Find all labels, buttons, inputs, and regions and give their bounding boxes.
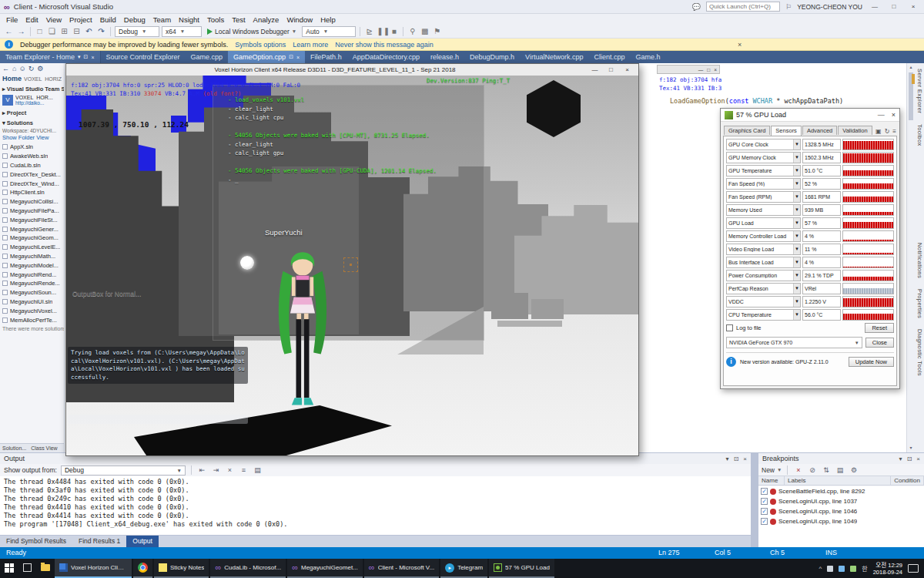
sensor-name-dropdown[interactable]: GPU Load ▼ bbox=[726, 217, 801, 229]
gpuz-close-button[interactable]: × bbox=[892, 111, 896, 119]
taskbar-app-cudalib[interactable]: ∞ CudaLib - Microsof... bbox=[210, 559, 286, 578]
sensor-name-dropdown[interactable]: CPU Temperature ▼ bbox=[726, 309, 801, 321]
menu-item[interactable]: Team bbox=[149, 15, 175, 24]
column-header[interactable]: Condition bbox=[891, 476, 924, 485]
task-view-button[interactable] bbox=[18, 559, 36, 578]
delete-breakpoint-icon[interactable]: × bbox=[793, 466, 803, 474]
section-project[interactable]: ▸ Project bbox=[0, 107, 64, 117]
document-tab[interactable]: DebugDump.h ▾ ⊡ × bbox=[464, 51, 520, 63]
vsts-account-card[interactable]: V VOXEL_HOR... http://daiko... bbox=[0, 93, 64, 107]
menu-item[interactable]: View bbox=[42, 15, 65, 24]
quick-launch-input[interactable] bbox=[706, 2, 780, 12]
close-button[interactable]: Close bbox=[865, 338, 894, 348]
minimize-icon[interactable]: — bbox=[698, 67, 704, 72]
sensor-name-dropdown[interactable]: Memory Used ▼ bbox=[726, 204, 801, 216]
document-tab[interactable]: VirtualNetwork.cpp ▾ ⊡ × bbox=[520, 51, 588, 63]
solution-item[interactable]: MegayuchiUI.sln bbox=[0, 297, 64, 307]
back-icon[interactable]: ← bbox=[2, 65, 9, 72]
gpuz-titlebar[interactable]: 57 % GPU Load — × bbox=[721, 109, 899, 122]
taskbar-clock[interactable]: 오전 12:29 2018-09-24 bbox=[873, 562, 902, 576]
taskbar-app-telegram[interactable]: ▸ Telegram bbox=[440, 559, 487, 578]
column-header[interactable]: Labels bbox=[785, 476, 891, 485]
document-tab[interactable]: Client.cpp ▾ ⊡ × bbox=[588, 51, 630, 63]
solution-item[interactable]: MemAllocPerfTe... bbox=[0, 315, 64, 324]
breakpoint-row[interactable]: ✓ SceneBattleField.cpp, line 8292 bbox=[758, 486, 924, 496]
update-now-button[interactable]: Update Now bbox=[849, 357, 894, 367]
taskbar-app-sticky-notes[interactable]: Sticky Notes bbox=[154, 559, 209, 578]
gpuz-tab[interactable]: Advanced bbox=[802, 126, 837, 135]
new-breakpoint-button[interactable]: New▼ bbox=[762, 466, 782, 474]
document-tab[interactable]: Source Control Explorer ▾ ⊡ × bbox=[101, 51, 186, 63]
undo-icon[interactable]: ↶ bbox=[84, 27, 94, 35]
columns-icon[interactable]: ▤ bbox=[835, 466, 845, 474]
close-icon[interactable]: × bbox=[714, 67, 717, 72]
output-log[interactable]: The thread 0x4484 has exited with code 0… bbox=[0, 476, 751, 536]
close-icon[interactable]: × bbox=[743, 455, 747, 462]
never-show-link[interactable]: Never show this message again bbox=[335, 41, 434, 49]
document-tab[interactable]: Game.h ▾ ⊡ × bbox=[631, 51, 666, 63]
refresh-icon[interactable]: ↻ bbox=[885, 128, 890, 135]
bottom-panel-tab[interactable]: Find Results 1 bbox=[72, 536, 126, 547]
gpuz-minimize-button[interactable]: — bbox=[878, 111, 885, 119]
breakpoint-checkbox[interactable]: ✓ bbox=[761, 488, 768, 495]
solution-item[interactable]: MegayuchiGeom... bbox=[0, 234, 64, 243]
tray-status-icon[interactable] bbox=[827, 566, 833, 572]
solution-item[interactable]: MegayuchiRend... bbox=[0, 270, 64, 279]
export-icon[interactable]: ⇅ bbox=[821, 466, 831, 474]
vs-close-button[interactable]: × bbox=[906, 2, 920, 12]
pin-icon[interactable]: ⊡ bbox=[734, 455, 739, 462]
show-folder-view-link[interactable]: Show Folder View bbox=[0, 134, 64, 143]
tab-server-explorer[interactable]: Server Explorer bbox=[916, 69, 923, 113]
solution-item[interactable]: MegayuchiCollisi... bbox=[0, 197, 64, 207]
tab-close-icon[interactable]: × bbox=[91, 55, 94, 60]
gpuz-tab[interactable]: Validation bbox=[838, 126, 872, 135]
tab-menu-icon[interactable]: ▾ bbox=[78, 54, 81, 60]
game-maximize-button[interactable]: □ bbox=[603, 64, 619, 76]
sensor-name-dropdown[interactable]: GPU Core Clock ▼ bbox=[726, 139, 801, 150]
vsts-account-url[interactable]: http://daiko... bbox=[15, 100, 53, 106]
menu-item[interactable]: Project bbox=[65, 15, 96, 24]
tray-expand-icon[interactable]: ^ bbox=[819, 565, 822, 572]
sensor-name-dropdown[interactable]: Memory Controller Load ▼ bbox=[726, 230, 801, 242]
menu-item[interactable]: Tools bbox=[203, 15, 228, 24]
navigate-forward-icon[interactable]: → bbox=[16, 27, 26, 35]
break-all-icon[interactable]: ❚❚ bbox=[377, 27, 387, 35]
sensor-name-dropdown[interactable]: VDDC ▼ bbox=[726, 296, 801, 307]
solution-item[interactable]: MegayuchiMath... bbox=[0, 252, 64, 261]
game-window[interactable]: Voxel Horizon Client x64 Release D3D11 -… bbox=[65, 63, 639, 456]
sensor-name-dropdown[interactable]: Fan Speed (RPM) ▼ bbox=[726, 191, 801, 203]
vs-maximize-button[interactable]: □ bbox=[887, 2, 901, 12]
tab-class-view[interactable]: Class View bbox=[28, 444, 60, 452]
breakpoint-checkbox[interactable]: ✓ bbox=[761, 518, 768, 525]
window-position-icon[interactable]: ▾ bbox=[899, 455, 902, 462]
learn-more-link[interactable]: Learn more bbox=[293, 41, 328, 49]
log-to-file-checkbox[interactable] bbox=[726, 324, 733, 331]
document-tab[interactable]: AppDataDirectory.cpp ▾ ⊡ × bbox=[347, 51, 425, 63]
navigate-back-icon[interactable]: ← bbox=[4, 27, 14, 35]
solution-item[interactable]: AwakeWeb.sln bbox=[0, 152, 64, 161]
bookmark-icon[interactable]: ⚑ bbox=[432, 27, 442, 35]
document-tab[interactable]: release.h ▾ ⊡ × bbox=[425, 51, 464, 63]
gpu-device-dropdown[interactable]: NVIDIA GeForce GTX 970 ▼ bbox=[726, 337, 862, 348]
solution-item[interactable]: CudaLib.sln bbox=[0, 161, 64, 170]
menu-item[interactable]: File bbox=[2, 15, 22, 24]
sensor-name-dropdown[interactable]: GPU Memory Clock ▼ bbox=[726, 152, 801, 163]
solution-item[interactable]: MegayuchiSoun... bbox=[0, 288, 64, 297]
solution-item[interactable]: MegayuchiFileSt... bbox=[0, 215, 64, 224]
tab-pin-icon[interactable]: ⊡ bbox=[289, 54, 293, 60]
tab-toolbox[interactable]: Toolbox bbox=[916, 124, 923, 146]
game-minimize-button[interactable]: — bbox=[587, 64, 603, 76]
sensor-name-dropdown[interactable]: Power Consumption ▼ bbox=[726, 270, 801, 281]
redo-icon[interactable]: ↷ bbox=[96, 27, 106, 35]
reset-button[interactable]: Reset bbox=[865, 323, 894, 333]
solution-item[interactable]: MegayuchiFilePa... bbox=[0, 207, 64, 216]
open-file-icon[interactable]: ❏ bbox=[47, 27, 57, 35]
user-account[interactable]: YEONG-CHEON YOU bbox=[797, 3, 862, 11]
solution-item[interactable]: MegayuchiVoxel... bbox=[0, 306, 64, 315]
section-vsts[interactable]: ▸ Visual Studio Team S... bbox=[0, 83, 64, 93]
comment-icon[interactable]: ▩ bbox=[420, 27, 430, 35]
home-icon[interactable]: ⌂ bbox=[12, 65, 16, 72]
stop-debug-icon[interactable]: ■ bbox=[389, 27, 399, 35]
menu-item[interactable]: Edit bbox=[22, 15, 42, 24]
tab-solution-explorer[interactable]: Solution... bbox=[0, 444, 28, 452]
